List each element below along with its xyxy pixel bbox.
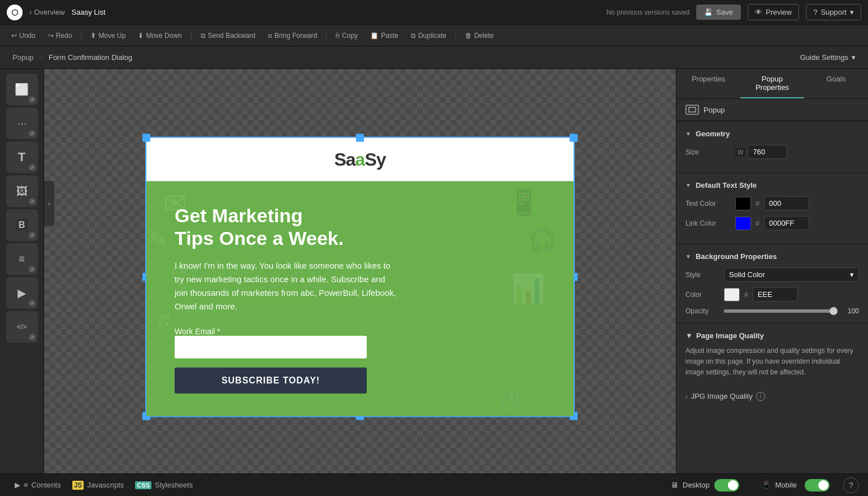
bg-color-label: Color bbox=[685, 291, 719, 299]
desktop-toggle-group: 🖥 Desktop bbox=[664, 479, 746, 491]
text-color-input[interactable] bbox=[764, 196, 809, 210]
size-input-group: W bbox=[735, 145, 787, 159]
guide-settings-button[interactable]: Guide Settings ▾ bbox=[795, 50, 861, 65]
panel-tabs: Properties Popup Properties Goals bbox=[676, 69, 868, 99]
page-tab-label[interactable]: Form Confirmation Dialog bbox=[44, 53, 137, 62]
mobile-toggle[interactable] bbox=[805, 479, 830, 491]
stylesheets-button[interactable]: CSS Stylesheets bbox=[129, 477, 198, 493]
popup-email-label: Work Email * bbox=[175, 327, 220, 336]
opacity-slider[interactable] bbox=[724, 309, 837, 313]
bring-forward-icon: ⧈ bbox=[268, 32, 272, 40]
support-button[interactable]: ? Support ▾ bbox=[806, 4, 861, 20]
hash-label-2: # bbox=[756, 219, 760, 227]
canvas-area[interactable]: SaaSy ✉ ✎ ♡ ♬ 📱 🎧 📊 🔗 bbox=[44, 69, 676, 473]
bg-color-input[interactable] bbox=[753, 287, 798, 301]
popup-container: SaaSy ✉ ✎ ♡ ♬ 📱 🎧 📊 🔗 bbox=[145, 136, 575, 417]
resize-handle-tl[interactable] bbox=[142, 133, 150, 141]
app-logo[interactable]: ⬡ bbox=[7, 5, 23, 20]
tool-text[interactable]: T ↗ bbox=[6, 141, 38, 173]
js-icon: JS bbox=[72, 481, 84, 490]
resize-handle-tc[interactable] bbox=[356, 133, 364, 141]
sidebar-collapse-button[interactable]: ‹ bbox=[44, 181, 54, 226]
bring-forward-button[interactable]: ⧈ Bring Forward bbox=[263, 29, 322, 42]
send-backward-button[interactable]: ⧉ Send Backward bbox=[196, 29, 260, 42]
style-select[interactable]: Solid Color ▾ bbox=[724, 268, 859, 282]
geometry-title: Geometry bbox=[696, 130, 730, 138]
text-style-section: ▼ Default Text Style Text Color # Link C… bbox=[676, 173, 868, 244]
jpg-label: JPG Image Quality bbox=[691, 392, 753, 400]
preview-button[interactable]: 👁 Preview bbox=[748, 4, 799, 20]
popup-component-label: Popup bbox=[704, 106, 725, 114]
link-color-label: Link Color bbox=[685, 219, 731, 227]
piq-header[interactable]: ▼ Page Image Quality bbox=[685, 331, 859, 340]
width-input[interactable] bbox=[748, 145, 787, 159]
popup-outline: SaaSy ✉ ✎ ♡ ♬ 📱 🎧 📊 🔗 bbox=[145, 136, 575, 417]
tab-goals[interactable]: Goals bbox=[804, 69, 868, 98]
move-up-button[interactable]: ⬆ Move Up bbox=[86, 29, 130, 42]
video-icon: ▶ bbox=[18, 286, 26, 300]
tool-list[interactable]: ≡ ↗ bbox=[6, 243, 38, 275]
text-style-header[interactable]: ▼ Default Text Style bbox=[685, 181, 859, 189]
undo-button[interactable]: ↩ Undo bbox=[7, 29, 40, 42]
help-button[interactable]: ? bbox=[843, 477, 859, 493]
piq-section: ▼ Page Image Quality Adjust image compre… bbox=[676, 324, 868, 386]
tool-selection[interactable]: ⋯ ↗ bbox=[6, 107, 38, 139]
popup-email-input[interactable] bbox=[175, 336, 367, 359]
copy-button[interactable]: ⎘ Copy bbox=[331, 29, 362, 42]
geometry-header[interactable]: ▼ Geometry bbox=[685, 130, 859, 138]
tab-properties[interactable]: Properties bbox=[676, 69, 740, 98]
image-icon: 🖼 bbox=[16, 185, 28, 198]
duplicate-button[interactable]: ⧉ Duplicate bbox=[406, 29, 451, 42]
nav-overview[interactable]: ‹ Overview bbox=[29, 8, 65, 16]
desktop-icon: 🖥 bbox=[671, 481, 678, 489]
text-color-swatch[interactable] bbox=[735, 197, 751, 210]
tool-video[interactable]: ▶ ↗ bbox=[6, 277, 38, 309]
chevron-down-icon: ▾ bbox=[852, 53, 856, 62]
mobile-toggle-group: 📱 Mobile bbox=[755, 479, 836, 491]
redo-button[interactable]: ↪ Redo bbox=[44, 29, 77, 42]
button-icon: B bbox=[15, 219, 29, 231]
popup-tab-label[interactable]: Popup bbox=[7, 53, 40, 62]
paste-button[interactable]: 📋 Paste bbox=[366, 29, 403, 42]
info-icon[interactable]: i bbox=[756, 392, 765, 401]
save-button[interactable]: 💾 Save bbox=[696, 5, 741, 20]
opacity-label: Opacity bbox=[685, 307, 719, 315]
move-down-button[interactable]: ⬇ Move Down bbox=[133, 29, 186, 42]
tool-button[interactable]: B ↗ bbox=[6, 209, 38, 241]
popup-logo: SaaSy bbox=[334, 149, 385, 170]
opacity-value: 100 bbox=[842, 307, 859, 315]
javascripts-button[interactable]: JS Javascripts bbox=[67, 477, 130, 493]
chevron-left-icon: ‹ bbox=[48, 200, 50, 208]
bg-color-swatch[interactable] bbox=[724, 288, 740, 301]
duplicate-icon: ⧉ bbox=[411, 32, 416, 40]
tool-image[interactable]: 🖼 ↗ bbox=[6, 175, 38, 207]
button-badge: ↗ bbox=[29, 232, 36, 239]
selection-icon: ⋯ bbox=[18, 118, 27, 129]
main-layout: ⬜ ↗ ⋯ ↗ T ↗ 🖼 ↗ B ↗ ≡ ↗ ▶ ↗ </> ↗ bbox=[0, 69, 868, 473]
popup-submit-button[interactable]: SUBSCRIBE TODAY! bbox=[175, 368, 367, 394]
resize-handle-tr[interactable] bbox=[570, 133, 578, 141]
contents-button[interactable]: ▶ ≡ Contents bbox=[9, 477, 67, 493]
desktop-toggle[interactable] bbox=[714, 479, 739, 491]
tool-section[interactable]: ⬜ ↗ bbox=[6, 74, 38, 105]
hash-label: # bbox=[756, 200, 760, 208]
size-label: Size bbox=[685, 148, 731, 156]
chevron-down-icon: ▼ bbox=[685, 182, 691, 188]
delete-button[interactable]: 🗑 Delete bbox=[461, 29, 498, 42]
chevron-down-icon: ▼ bbox=[685, 331, 693, 340]
section-badge: ↗ bbox=[29, 96, 36, 103]
svg-rect-0 bbox=[689, 107, 696, 112]
redo-icon: ↪ bbox=[48, 32, 54, 40]
page-title: Saasy List bbox=[72, 8, 106, 16]
tab-popup-properties[interactable]: Popup Properties bbox=[740, 69, 804, 98]
popup-headline: Get Marketing Tips Once a Week. bbox=[175, 204, 545, 250]
bg-header[interactable]: ▼ Background Properties bbox=[685, 252, 859, 261]
opacity-thumb[interactable] bbox=[830, 307, 837, 315]
tool-code[interactable]: </> ↗ bbox=[6, 311, 38, 343]
link-color-input[interactable] bbox=[764, 216, 809, 230]
list-icon: ≡ bbox=[19, 253, 25, 265]
link-color-swatch[interactable] bbox=[735, 217, 751, 230]
hash-label-3: # bbox=[744, 291, 748, 299]
list-badge: ↗ bbox=[29, 266, 36, 273]
bg-title: Background Properties bbox=[696, 252, 777, 261]
